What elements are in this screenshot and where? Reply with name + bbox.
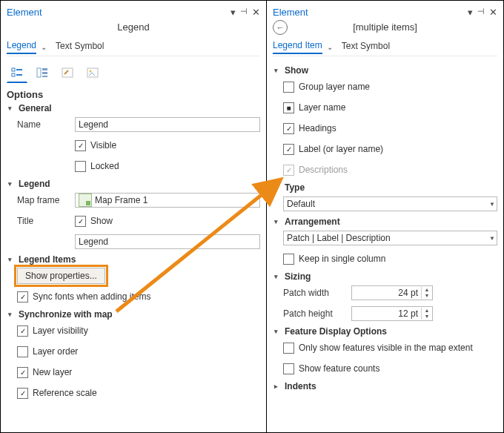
options-heading: Options xyxy=(7,89,260,100)
svg-rect-3 xyxy=(16,74,22,76)
caret-down-icon: ▾ xyxy=(274,67,282,74)
show-feature-counts-checkbox[interactable]: Show feature counts xyxy=(283,363,379,374)
pin-icon[interactable]: ⊣ xyxy=(477,7,485,18)
label-checkbox[interactable]: ✓Label (or layer name) xyxy=(283,144,383,155)
group-layer-name-checkbox[interactable]: Group layer name xyxy=(283,82,370,93)
group-sizing[interactable]: ▾ Sizing xyxy=(274,271,497,282)
caret-down-icon: ▾ xyxy=(274,184,282,191)
patch-height-label: Patch height xyxy=(283,308,345,319)
window-controls: ▾ ⊣ ✕ xyxy=(468,7,497,18)
svg-rect-9 xyxy=(87,68,98,77)
spinner-up-icon[interactable]: ▲ xyxy=(425,287,430,293)
view-mode-icons xyxy=(7,62,260,83)
caret-down-icon: ▾ xyxy=(8,180,16,188)
spinner-down-icon[interactable]: ▼ xyxy=(425,293,430,299)
window-controls: ▾ ⊣ ✕ xyxy=(231,7,260,18)
svg-rect-0 xyxy=(12,68,15,71)
svg-rect-1 xyxy=(16,69,22,70)
layer-order-checkbox[interactable]: Layer order xyxy=(17,346,78,357)
group-show[interactable]: ▾ Show xyxy=(274,65,497,76)
svg-rect-5 xyxy=(42,68,47,70)
show-properties-button[interactable]: Show properties... xyxy=(17,268,105,284)
sync-fonts-checkbox[interactable]: ✓Sync fonts when adding items xyxy=(17,291,150,303)
group-sync-map[interactable]: ▾ Synchronize with map xyxy=(8,309,260,320)
group-arrangement[interactable]: ▾ Arrangement xyxy=(274,216,497,227)
caret-down-icon: ▾ xyxy=(8,105,16,112)
tab-text-symbol[interactable]: Text Symbol xyxy=(56,41,104,53)
chevron-down-icon: ▼ xyxy=(489,201,495,208)
pane-title: Element xyxy=(273,7,468,18)
svg-rect-8 xyxy=(62,68,73,77)
dropdown-icon[interactable]: ▾ xyxy=(468,7,473,18)
dropdown-icon[interactable]: ▾ xyxy=(231,7,236,18)
spinner-up-icon[interactable]: ▲ xyxy=(425,308,430,314)
image-view-icon[interactable] xyxy=(82,63,103,82)
pane-subtitle: [multiple items] xyxy=(353,22,417,33)
close-icon[interactable]: ✕ xyxy=(489,7,497,18)
map-frame-icon xyxy=(79,194,92,207)
descriptions-checkbox: ✓Descriptions xyxy=(283,165,348,176)
caret-down-icon: ▾ xyxy=(274,328,282,335)
arrangement-select[interactable]: Patch | Label | Description ▼ xyxy=(283,231,497,245)
element-pane-right: Element ▾ ⊣ ✕ ← [multiple items] Legend … xyxy=(267,0,504,433)
patch-width-spinner[interactable]: 24 pt ▲▼ xyxy=(351,285,433,300)
group-feature-display[interactable]: ▾ Feature Display Options xyxy=(274,326,497,337)
chevron-down-icon[interactable]: ⌄ xyxy=(327,43,333,51)
title-label: Title xyxy=(17,216,69,226)
layer-visibility-checkbox[interactable]: ✓Layer visibility xyxy=(17,325,88,337)
locked-checkbox[interactable]: Locked xyxy=(75,161,119,172)
mapframe-select[interactable]: Map Frame 1 ▼ xyxy=(75,193,260,208)
pane-subtitle-row: ← [multiple items] xyxy=(273,20,497,35)
only-visible-checkbox[interactable]: Only show features visible in the map ex… xyxy=(283,343,473,354)
svg-rect-6 xyxy=(42,72,47,74)
svg-rect-4 xyxy=(37,68,41,77)
caret-down-icon: ▾ xyxy=(274,273,282,280)
close-icon[interactable]: ✕ xyxy=(252,7,260,18)
layer-name-checkbox[interactable]: ■Layer name xyxy=(283,102,345,113)
chevron-down-icon: ▼ xyxy=(489,235,495,242)
group-type[interactable]: ▾ Type xyxy=(274,182,497,193)
chevron-down-icon: ▼ xyxy=(252,197,258,204)
group-legend-items[interactable]: ▾ Legend Items xyxy=(8,254,260,265)
properties-view-icon[interactable] xyxy=(32,63,53,82)
tab-text-symbol-right[interactable]: Text Symbol xyxy=(342,41,390,53)
element-pane-left: Element ▾ ⊣ ✕ Legend Legend ⌄ Text Symbo… xyxy=(0,0,267,433)
pin-icon[interactable]: ⊣ xyxy=(240,7,248,18)
headings-checkbox[interactable]: ✓Headings xyxy=(283,123,336,134)
title-input[interactable] xyxy=(75,234,260,249)
pane-title: Element xyxy=(7,7,231,18)
type-select[interactable]: Default ▼ xyxy=(283,196,497,211)
caret-down-icon: ▾ xyxy=(8,311,16,318)
mapframe-label: Map frame xyxy=(17,195,69,205)
keep-single-column-checkbox[interactable]: Keep in single column xyxy=(283,254,385,265)
svg-point-10 xyxy=(90,70,92,73)
group-legend[interactable]: ▾ Legend xyxy=(8,179,260,189)
spinner-down-icon[interactable]: ▼ xyxy=(425,314,430,320)
caret-down-icon: ▾ xyxy=(274,218,282,225)
caret-down-icon: ▾ xyxy=(8,256,16,263)
show-title-checkbox[interactable]: ✓Show xyxy=(75,216,113,227)
list-view-icon[interactable] xyxy=(7,63,27,83)
tab-legend[interactable]: Legend xyxy=(7,40,36,54)
reference-scale-checkbox[interactable]: ✓Reference scale xyxy=(17,388,97,399)
svg-rect-2 xyxy=(12,73,15,76)
chevron-down-icon[interactable]: ⌄ xyxy=(41,43,47,51)
tab-legend-item[interactable]: Legend Item xyxy=(273,40,322,54)
visible-checkbox[interactable]: ✓Visible xyxy=(75,140,116,151)
name-label: Name xyxy=(17,119,69,130)
edit-view-icon[interactable] xyxy=(57,63,78,82)
name-input[interactable] xyxy=(75,117,260,132)
patch-height-spinner[interactable]: 12 pt ▲▼ xyxy=(351,306,433,321)
back-button[interactable]: ← xyxy=(273,20,288,35)
new-layer-checkbox[interactable]: ✓New layer xyxy=(17,367,72,378)
caret-right-icon: ▸ xyxy=(274,383,282,390)
group-general[interactable]: ▾ General xyxy=(8,103,260,113)
pane-subtitle: Legend xyxy=(7,20,260,35)
patch-width-label: Patch width xyxy=(283,288,345,298)
group-indents[interactable]: ▸ Indents xyxy=(274,381,497,391)
svg-rect-7 xyxy=(42,76,47,77)
